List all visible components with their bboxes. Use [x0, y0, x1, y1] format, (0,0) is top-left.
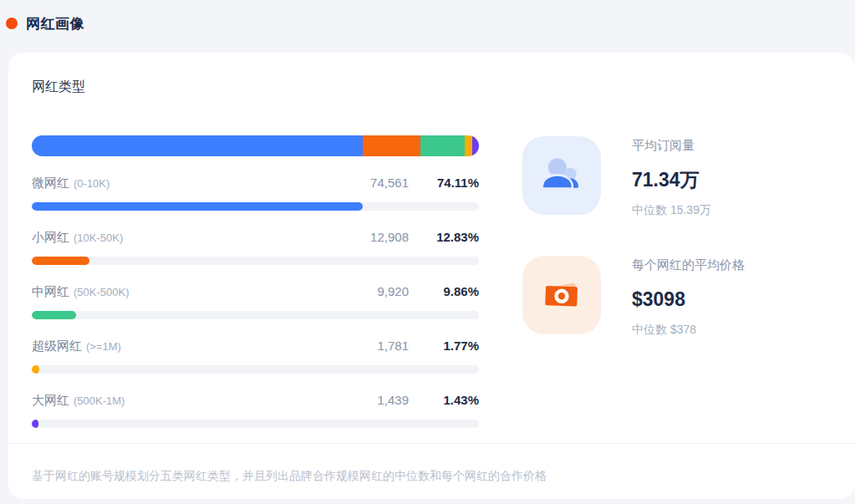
type-row-big: 大网红 (500K-1M) 1,439 1.43% — [32, 393, 479, 428]
type-name: 超级网红 — [32, 339, 82, 354]
distribution-bar-segment — [363, 135, 420, 156]
stat-median: 中位数 15.39万 — [632, 202, 711, 217]
distribution-bar-segment — [420, 135, 465, 156]
type-range: (>=1M) — [86, 340, 121, 353]
money-icon — [522, 256, 601, 334]
influencer-type-card: 网红类型 微网红 (0-10K) 74,561 74.11% 小网红 (10K-… — [8, 53, 855, 499]
type-name: 中网红 — [32, 284, 69, 300]
row-bar-fill — [32, 365, 39, 374]
type-name: 小网红 — [32, 230, 69, 246]
row-bar-track — [32, 420, 479, 428]
row-bar-fill — [32, 311, 76, 319]
type-row-super: 超级网红 (>=1M) 1,781 1.77% — [32, 339, 479, 374]
row-bar-track — [32, 365, 479, 374]
stat-median: 中位数 $378 — [632, 322, 745, 337]
row-bar-fill — [32, 420, 38, 428]
row-bar-track — [32, 202, 479, 211]
type-range: (50K-500K) — [74, 286, 129, 298]
stat-title: 每个网红的平均价格 — [632, 257, 745, 273]
row-bar-fill — [32, 202, 363, 211]
page-header: 网红画像 — [0, 0, 855, 37]
stat-title: 平均订阅量 — [632, 137, 711, 154]
accent-dot-icon — [6, 18, 18, 29]
type-range: (500K-1M) — [74, 395, 125, 407]
distribution-bar — [32, 135, 479, 156]
row-bar-track — [32, 311, 479, 319]
distribution-bar-segment — [472, 135, 479, 156]
footer-note: 基于网红的账号规模划分五类网红类型，并且列出品牌合作规模网红的中位数和每个网红的… — [32, 469, 547, 482]
type-count: 1,781 — [332, 339, 409, 353]
type-percent: 1.43% — [409, 393, 479, 407]
row-bar-fill — [32, 257, 89, 265]
type-row-micro: 微网红 (0-10K) 74,561 74.11% — [32, 176, 479, 211]
type-row-small: 小网红 (10K-50K) 12,908 12.83% — [32, 230, 479, 265]
type-count: 74,561 — [332, 176, 409, 190]
type-percent: 1.77% — [409, 339, 479, 353]
type-range: (10K-50K) — [74, 232, 123, 244]
page-title: 网红画像 — [26, 14, 84, 33]
type-count: 12,908 — [332, 230, 409, 244]
type-range: (0-10K) — [74, 177, 109, 190]
type-percent: 9.86% — [409, 284, 479, 298]
row-bar-track — [32, 257, 479, 265]
users-icon — [522, 136, 601, 215]
type-count: 9,920 — [332, 284, 409, 298]
distribution-bar-segment — [32, 135, 363, 156]
type-name: 大网红 — [32, 393, 69, 409]
distribution-bar-segment — [465, 135, 472, 156]
section-title: 网红类型 — [32, 78, 85, 96]
stat-value: $3098 — [632, 288, 745, 311]
type-distribution-panel: 微网红 (0-10K) 74,561 74.11% 小网红 (10K-50K) … — [32, 135, 479, 428]
stat-subscribers: 平均订阅量 71.34万 中位数 15.39万 — [522, 136, 840, 217]
type-row-mid: 中网红 (50K-500K) 9,920 9.86% — [32, 284, 479, 319]
type-percent: 12.83% — [409, 230, 479, 244]
stats-panel: 平均订阅量 71.34万 中位数 15.39万 每个网红的平均价格 $3098 … — [522, 136, 840, 375]
type-count: 1,439 — [332, 393, 409, 407]
type-percent: 74.11% — [409, 176, 479, 190]
type-name: 微网红 — [32, 176, 69, 191]
card-footer: 基于网红的账号规模划分五类网红类型，并且列出品牌合作规模网红的中位数和每个网红的… — [8, 443, 855, 499]
stat-price: 每个网红的平均价格 $3098 中位数 $378 — [522, 256, 840, 337]
stat-value: 71.34万 — [632, 168, 711, 191]
